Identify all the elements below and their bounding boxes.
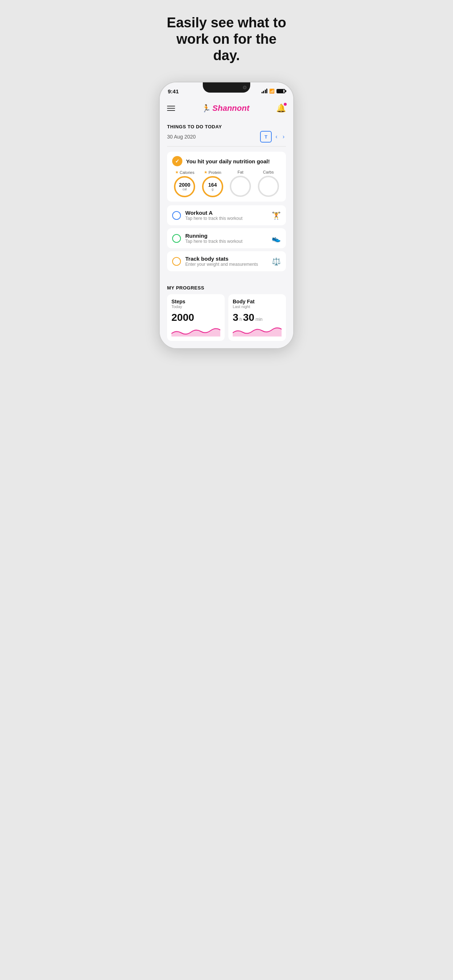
task-running[interactable]: Running Tap here to track this workout 👟	[167, 228, 286, 248]
steps-title: Steps	[171, 299, 220, 304]
status-icons: 📶	[262, 89, 286, 94]
wifi-icon: 📶	[269, 89, 274, 94]
task-info-running: Running Tap here to track this workout	[185, 232, 267, 244]
calories-unit: cal	[182, 188, 187, 191]
calories-circle: 2000 cal	[174, 176, 195, 197]
carbs-label: Carbs	[263, 170, 274, 174]
notification-bell-button[interactable]: 🔔	[276, 103, 286, 113]
task-workout-a[interactable]: Workout A Tap here to track this workout…	[167, 205, 286, 225]
check-icon: ✓	[175, 158, 179, 164]
body-fat-title: Body Fat	[233, 299, 282, 304]
divider	[167, 146, 286, 146]
date-label: 30 Aug 2020	[167, 134, 196, 140]
steps-wave	[171, 326, 220, 337]
macro-calories: ★ Calories 2000 cal	[172, 170, 197, 197]
star-icon: ★	[204, 170, 207, 175]
page-wrapper: Easily see what to work on for the day. …	[151, 0, 302, 349]
steps-value-row: 2000	[171, 312, 220, 323]
goal-row: ✓ You hit your daily nutrition goal!	[172, 156, 281, 166]
task-info-workout: Workout A Tap here to track this workout	[185, 210, 267, 221]
body-fat-value-row: 3 h 30 min	[233, 312, 282, 323]
notch	[203, 83, 250, 92]
fat-label: Fat	[238, 170, 243, 174]
app-header: 🏃 Shannont 🔔	[160, 100, 293, 118]
notification-dot	[284, 103, 287, 106]
calories-value: 2000	[179, 182, 190, 188]
macro-protein: ★ Protein 164 g	[200, 170, 225, 197]
steps-sub: Today	[171, 304, 220, 309]
things-today-title: THINGS TO DO TODAY	[167, 124, 286, 129]
task-body-stats[interactable]: Track body stats Enter your weight and m…	[167, 251, 286, 271]
calories-label: Calories	[180, 170, 195, 175]
app-logo: 🏃 Shannont	[202, 103, 249, 113]
task-info-body: Track body stats Enter your weight and m…	[185, 256, 267, 267]
phone-frame: 9:41 📶	[159, 82, 294, 349]
next-day-button[interactable]: ›	[281, 132, 286, 142]
things-today-section: THINGS TO DO TODAY 30 Aug 2020 T ‹ › ✓ Y…	[160, 118, 293, 280]
date-row: 30 Aug 2020 T ‹ ›	[167, 131, 286, 143]
task-circle-workout	[172, 211, 181, 220]
status-time: 9:41	[168, 88, 179, 94]
body-fat-card[interactable]: Body Fat Last night 3 h 30 min	[228, 294, 286, 341]
menu-button[interactable]	[167, 106, 175, 111]
task-sub-workout: Tap here to track this workout	[185, 216, 267, 221]
logo-text: Shannont	[212, 103, 249, 113]
steps-value: 2000	[171, 312, 194, 323]
goal-text: You hit your daily nutrition goal!	[186, 158, 270, 164]
task-icon-running: 👟	[272, 234, 281, 243]
task-icon-body: ⚖️	[272, 257, 281, 266]
date-controls: T ‹ ›	[260, 131, 286, 143]
hero-text: Easily see what to work on for the day.	[151, 14, 302, 82]
task-circle-running	[172, 234, 181, 243]
task-circle-body	[172, 257, 181, 266]
steps-wave-svg	[171, 326, 220, 337]
task-sub-body: Enter your weight and measurements	[185, 262, 267, 267]
protein-unit: g	[212, 188, 214, 191]
steps-card[interactable]: Steps Today 2000	[167, 294, 225, 341]
camera-dot	[243, 86, 247, 89]
protein-circle: 164 g	[202, 176, 223, 197]
macro-carbs: Carbs	[256, 170, 281, 197]
body-fat-h-unit: h	[239, 317, 242, 322]
progress-title: MY PROGRESS	[167, 285, 286, 291]
macros-row: ★ Calories 2000 cal ★ Protein	[172, 170, 281, 197]
logo-figure-icon: 🏃	[202, 104, 211, 113]
goal-check-circle: ✓	[172, 156, 182, 166]
star-icon: ★	[175, 170, 179, 175]
task-name-body: Track body stats	[185, 256, 267, 262]
body-fat-hours: 3	[233, 312, 239, 323]
nutrition-card: ✓ You hit your daily nutrition goal! ★ C…	[167, 152, 286, 202]
battery-icon	[276, 89, 285, 93]
progress-section: MY PROGRESS Steps Today 2000	[160, 280, 293, 348]
body-fat-wave	[233, 326, 282, 337]
body-fat-mins: 30	[243, 312, 254, 323]
body-fat-wave-svg	[233, 326, 282, 337]
today-button[interactable]: T	[260, 131, 272, 143]
task-icon-workout: 🏋️	[272, 211, 281, 220]
protein-value: 164	[208, 182, 217, 188]
body-fat-min-unit: min	[255, 317, 262, 322]
progress-cards: Steps Today 2000 Body Fat Last	[167, 294, 286, 341]
task-name-workout: Workout A	[185, 210, 267, 216]
task-sub-running: Tap here to track this workout	[185, 239, 267, 244]
body-fat-sub: Last night	[233, 304, 282, 309]
prev-day-button[interactable]: ‹	[274, 132, 279, 142]
status-bar: 9:41 📶	[160, 83, 293, 100]
signal-icon	[262, 89, 268, 93]
task-name-running: Running	[185, 232, 267, 239]
fat-circle	[230, 176, 251, 197]
carbs-circle	[258, 176, 279, 197]
protein-label: Protein	[209, 170, 222, 175]
macro-fat: Fat	[228, 170, 253, 197]
